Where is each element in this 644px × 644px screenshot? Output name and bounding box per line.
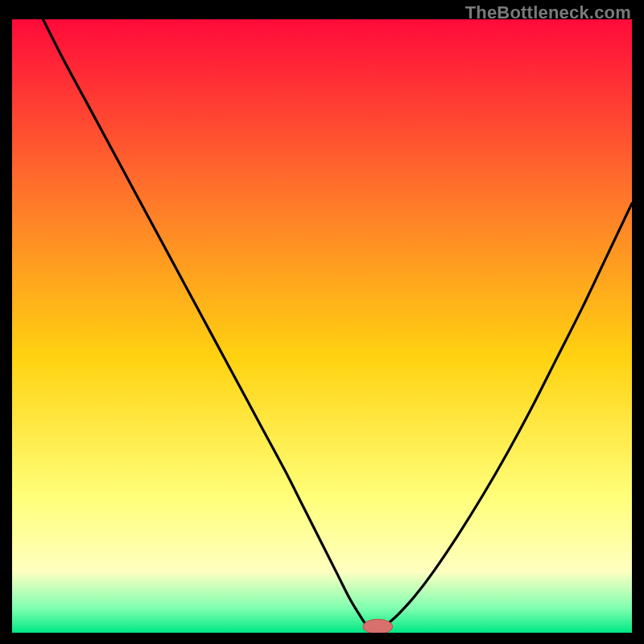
gradient-background [12, 19, 632, 633]
bottleneck-chart [12, 19, 632, 633]
optimal-point-marker [363, 619, 393, 633]
